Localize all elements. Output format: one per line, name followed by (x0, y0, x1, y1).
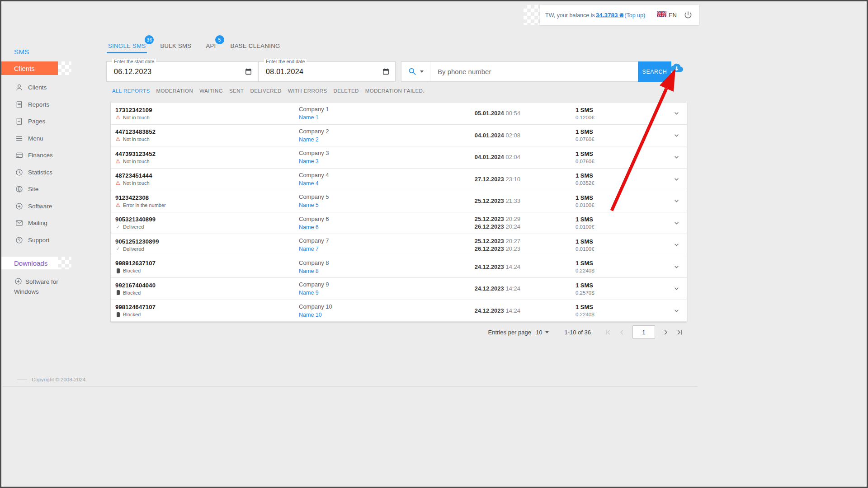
tab-base-cleaning[interactable]: BASE CLEANING (229, 39, 282, 53)
sidebar-item-label: Statistics (28, 169, 52, 176)
sidebar-item-mailing[interactable]: Mailing (1, 215, 105, 232)
search-icon (408, 67, 417, 76)
expand-chevron-icon[interactable] (673, 109, 680, 117)
expand-chevron-icon[interactable] (673, 241, 680, 249)
sms-price: 0.0100€ (576, 202, 666, 208)
search-bar: SEARCH (401, 61, 671, 82)
entries-per-page-select[interactable]: 10 (536, 329, 549, 336)
report-tab-moderation-failed[interactable]: MODERATION FAILED. (365, 88, 425, 94)
sidebar-section-downloads[interactable]: Downloads (1, 257, 58, 269)
report-tab-waiting[interactable]: WAITING (199, 88, 223, 94)
sidebar-item-menu[interactable]: Menu (1, 130, 105, 147)
sidebar-item-finances[interactable]: Finances (1, 147, 105, 164)
last-page-button[interactable] (675, 327, 685, 338)
reports-table: 17312342109 Not in touch Company 1 Name … (111, 103, 687, 322)
sidebar-item-statistics[interactable]: Statistics (1, 164, 105, 181)
report-tab-deleted[interactable]: DELETED (334, 88, 359, 94)
sidebar-item-software[interactable]: Software (1, 198, 105, 215)
message-date: 25.12.2023 (475, 238, 504, 244)
client-name-link[interactable]: Name 9 (299, 290, 319, 296)
message-time: 20:24 (505, 223, 520, 230)
sidebar-item-support[interactable]: Support (1, 232, 105, 249)
table-row[interactable]: 447393123452 Not in touch Company 3 Name… (111, 146, 687, 169)
menu-icon (15, 134, 24, 143)
expand-chevron-icon[interactable] (673, 285, 680, 292)
sidebar-item-pages[interactable]: Pages (1, 113, 105, 130)
search-input[interactable] (430, 62, 638, 81)
table-row[interactable]: 998912637107 Blocked Company 8 Name 8 24… (111, 256, 687, 278)
client-name-link[interactable]: Name 3 (299, 158, 319, 164)
client-name-link[interactable]: Name 1 (299, 114, 319, 121)
message-date: 25.12.2023 (475, 216, 504, 222)
expand-chevron-icon[interactable] (673, 307, 680, 314)
company-name: Company 3 (299, 150, 329, 156)
table-row[interactable]: 9123422308 Error in the number Company 5… (111, 190, 687, 212)
calendar-icon[interactable] (245, 68, 252, 75)
expand-chevron-icon[interactable] (673, 263, 680, 271)
table-row[interactable]: 17312342109 Not in touch Company 1 Name … (111, 103, 687, 125)
report-tab-sent[interactable]: SENT (229, 88, 244, 94)
client-name-link[interactable]: Name 4 (299, 180, 319, 187)
expand-chevron-icon[interactable] (673, 131, 680, 139)
next-page-button[interactable] (660, 327, 671, 338)
sms-price: 0.2240$ (576, 312, 666, 317)
tab-api[interactable]: API5 (204, 39, 217, 53)
phone-number: 992167404040 (115, 282, 299, 289)
expand-chevron-icon[interactable] (673, 175, 680, 183)
expand-chevron-icon[interactable] (673, 219, 680, 227)
top-up-link[interactable]: (Top up) (624, 12, 645, 19)
expand-chevron-icon[interactable] (673, 153, 680, 161)
search-type-dropdown[interactable] (401, 62, 430, 81)
sms-count: 1 SMS (576, 216, 666, 223)
divider (3, 386, 698, 387)
tab-bulk-sms[interactable]: BULK SMS (159, 39, 193, 53)
table-row[interactable]: 447123483852 Not in touch Company 2 Name… (111, 125, 687, 147)
client-name-link[interactable]: Name 7 (299, 246, 319, 252)
table-row[interactable]: 48723451444 Not in touch Company 4 Name … (111, 169, 687, 191)
client-name-link[interactable]: Name 6 (299, 224, 319, 230)
language-selector[interactable]: EN (657, 11, 677, 19)
topbar: TW, your balance is34.3783 ₴(Top up) EN (540, 5, 699, 25)
expand-chevron-icon[interactable] (673, 197, 680, 205)
status: Not in touch (115, 136, 299, 142)
sidebar-item-clients[interactable]: Clients (1, 79, 105, 96)
message-time: 02:04 (505, 154, 520, 160)
message-time: 14:24 (505, 263, 520, 270)
table-row[interactable]: 905321340899 Delivered Company 6 Name 6 … (111, 212, 687, 235)
message-dates: 24.12.2023 14:24 (434, 307, 520, 314)
page-number-input[interactable] (632, 325, 655, 339)
status-icon (115, 136, 121, 142)
message-dates: 04.01.2024 02:04 (434, 153, 520, 161)
table-row[interactable]: 998124647107 Blocked Company 10 Name 10 … (111, 300, 687, 322)
sidebar-section-sms[interactable]: SMS (14, 48, 29, 56)
report-tab-all-reports[interactable]: ALL REPORTS (112, 88, 150, 94)
status: Blocked (115, 290, 299, 296)
message-date: 25.12.2023 (475, 197, 504, 204)
logout-button[interactable] (684, 10, 693, 19)
prev-page-button[interactable] (617, 327, 627, 338)
calendar-icon[interactable] (382, 68, 390, 75)
sms-count: 1 SMS (576, 304, 666, 310)
report-tab-moderation[interactable]: MODERATION (156, 88, 193, 94)
sidebar-item-software-for-windows[interactable]: Software for Windows (14, 277, 71, 297)
table-row[interactable]: 9051251230899 Delivered Company 7 Name 7… (111, 234, 687, 256)
start-date-field[interactable]: Enter the start date 06.12.2023 (106, 61, 258, 82)
end-date-field[interactable]: Enter the end date 08.01.2024 (258, 61, 396, 82)
export-cloud-download-icon[interactable] (670, 61, 683, 74)
client-name-link[interactable]: Name 8 (299, 268, 319, 274)
client-name-link[interactable]: Name 5 (299, 202, 319, 208)
client-name-link[interactable]: Name 10 (299, 312, 322, 318)
report-tab-with-errors[interactable]: WITH ERRORS (288, 88, 327, 94)
client-name-link[interactable]: Name 2 (299, 136, 319, 143)
software-icon (15, 202, 24, 211)
report-tab-delivered[interactable]: DELIVERED (250, 88, 282, 94)
first-page-button[interactable] (603, 327, 613, 338)
sidebar-item-site[interactable]: Site (1, 181, 105, 198)
table-row[interactable]: 992167404040 Blocked Company 9 Name 9 24… (111, 278, 687, 300)
tab-single-sms[interactable]: SINGLE SMS36 (107, 39, 147, 53)
sms-tabs: SINGLE SMS36BULK SMSAPI5BASE CLEANING (107, 39, 282, 53)
search-button[interactable]: SEARCH (638, 61, 671, 82)
balance-amount-link[interactable]: 34.3783 ₴ (596, 12, 624, 19)
sidebar-section-clients[interactable]: Clients (1, 61, 58, 75)
sidebar-item-reports[interactable]: Reports (1, 96, 105, 113)
